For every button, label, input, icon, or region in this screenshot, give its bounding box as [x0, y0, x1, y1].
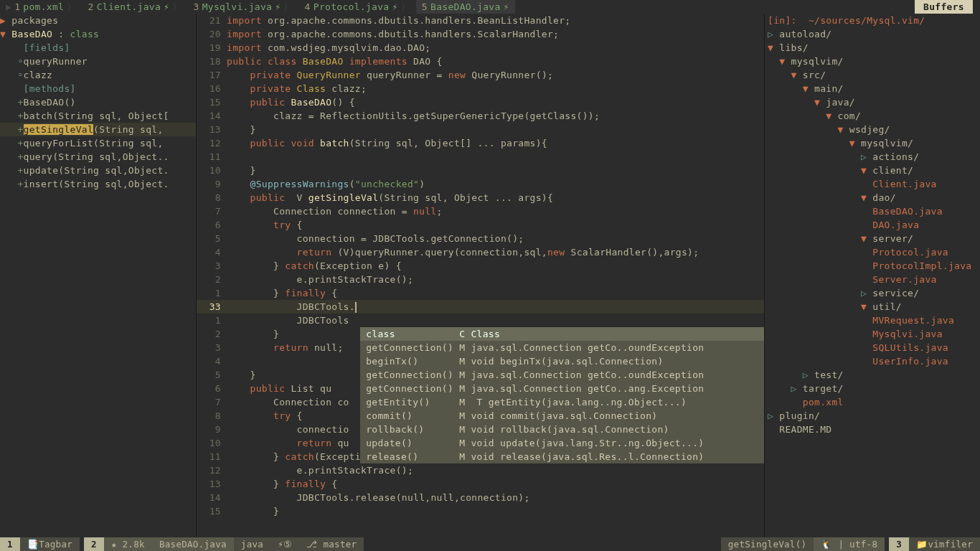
folder-item[interactable]: ▷ test/: [768, 368, 977, 382]
code-line[interactable]: 9 @SuppressWarnings("unchecked"): [197, 177, 764, 191]
code-line[interactable]: 5 connection = JDBCTools.getConnection()…: [197, 232, 764, 245]
folder-item[interactable]: ▼ java/: [768, 95, 977, 109]
file-item[interactable]: BaseDAO.java: [768, 204, 977, 218]
folder-item[interactable]: ▼ wsdjeg/: [768, 123, 977, 136]
field-clazz[interactable]: ◦clazz: [0, 68, 196, 82]
file-item[interactable]: Protocol.java: [768, 245, 977, 259]
code-line[interactable]: 14 clazz = ReflectionUtils.getSuperGener…: [197, 109, 764, 123]
status-branch: ⎇ master: [299, 537, 364, 551]
code-line[interactable]: 15 public BaseDAO() {: [197, 95, 764, 109]
code-line[interactable]: 3 } catch(Exception e) {: [197, 259, 764, 273]
tab-client[interactable]: 2 Client.java ⚡ 〉: [82, 0, 187, 14]
completion-item[interactable]: getEntity() M T getEntity(java.lang..ng.…: [360, 395, 765, 409]
folder-item[interactable]: ▼ main/: [768, 82, 977, 95]
folder-item[interactable]: ▼ mysqlvim/: [768, 136, 977, 150]
code-line[interactable]: 11: [197, 150, 764, 164]
status-encoding: 🐧 | utf-8: [814, 537, 885, 551]
tagbar-panel: ▶ packages ▼ BaseDAO : class [fields] ◦q…: [0, 14, 197, 537]
completion-item[interactable]: beginTx() M void beginTx(java.sql.Connec…: [360, 354, 765, 368]
file-item[interactable]: Client.java: [768, 177, 977, 191]
status-git-symbols: ⚡⑤: [270, 537, 299, 551]
folder-item[interactable]: ▼ server/: [768, 232, 977, 245]
tab-pom[interactable]: ▶ 1 pom.xml 〉: [0, 0, 82, 14]
method-queryforlist[interactable]: +queryForList(String sql,: [0, 136, 196, 150]
tab-mysqlvi[interactable]: 3 Mysqlvi.java ⚡ 〉: [187, 0, 298, 14]
folder-item[interactable]: ▼ dao/: [768, 191, 977, 204]
status-file: BaseDAO.java: [152, 537, 234, 551]
code-line[interactable]: 33 JDBCTools.: [197, 300, 764, 314]
completion-item[interactable]: getConnection() M java.sql.Connection ge…: [360, 341, 765, 354]
editor-pane[interactable]: 21import org.apache.commons.dbutils.hand…: [197, 14, 765, 537]
folder-item[interactable]: ▷ plugin/: [768, 409, 977, 423]
folder-item[interactable]: ▼ src/: [768, 68, 977, 82]
code-line[interactable]: 2 e.printStackTrace();: [197, 273, 764, 286]
method-update[interactable]: +update(String sql,Object.: [0, 164, 196, 177]
code-line[interactable]: 4 return (V)queryRunner.query(connection…: [197, 245, 764, 259]
code-line[interactable]: 6 try {: [197, 218, 764, 232]
buffers-button[interactable]: Buffers: [915, 0, 973, 14]
code-line[interactable]: 14 JDBCTools.release(null,null,connectio…: [197, 491, 764, 504]
folder-item[interactable]: ▷ autoload/: [768, 27, 977, 41]
completion-item[interactable]: release() M void release(java.sql.Res..l…: [360, 450, 765, 463]
file-explorer: [in]: ~/sources/Mysql.vim/ ▷ autoload/▼ …: [765, 14, 980, 537]
window-num-2: 2: [84, 537, 104, 551]
method-basedao[interactable]: +BaseDAO(): [0, 95, 196, 109]
file-item[interactable]: DAO.java: [768, 218, 977, 232]
method-insert[interactable]: +insert(String sql,Object.: [0, 177, 196, 191]
folder-item[interactable]: ▼ util/: [768, 300, 977, 314]
file-item[interactable]: README.MD: [768, 423, 977, 436]
file-item[interactable]: MVRequest.java: [768, 314, 977, 327]
code-line[interactable]: 12 e.printStackTrace();: [197, 463, 764, 477]
folder-item[interactable]: ▼ mysqlvim/: [768, 55, 977, 68]
status-function: getSingleVal(): [721, 537, 814, 551]
completion-popup[interactable]: class C Class getConnection() M java.sql…: [360, 327, 765, 463]
status-bar: 1 📑 Tagbar 2 ★ 2.8k BaseDAO.java java ⚡⑤…: [0, 537, 980, 551]
code-line[interactable]: 10 }: [197, 164, 764, 177]
code-line[interactable]: 7 Connection connection = null;: [197, 204, 764, 218]
field-queryrunner[interactable]: ◦queryRunner: [0, 55, 196, 68]
code-line[interactable]: 16 private Class clazz;: [197, 82, 764, 95]
method-query[interactable]: +query(String sql,Object..: [0, 150, 196, 164]
completion-item[interactable]: getConnection() M java.sql.Connection ge…: [360, 368, 765, 382]
file-item[interactable]: SQLUtils.java: [768, 341, 977, 354]
window-num-1: 1: [0, 537, 20, 551]
code-line[interactable]: 18public class BaseDAO implements DAO {: [197, 55, 764, 68]
folder-item[interactable]: ▼ com/: [768, 109, 977, 123]
code-line[interactable]: 15 }: [197, 504, 764, 518]
file-item[interactable]: Server.java: [768, 273, 977, 286]
folder-item[interactable]: ▼ libs/: [768, 41, 977, 55]
method-batch[interactable]: +batch(String sql, Object[: [0, 109, 196, 123]
tab-bar: ▶ 1 pom.xml 〉 2 Client.java ⚡ 〉 3 Mysqlv…: [0, 0, 980, 14]
completion-item[interactable]: getConnection() M java.sql.Connection ge…: [360, 382, 765, 395]
file-item[interactable]: UserInfo.java: [768, 354, 977, 368]
file-item[interactable]: Mysqlvi.java: [768, 327, 977, 341]
completion-item[interactable]: commit() M void commit(java.sql.Connecti…: [360, 409, 765, 423]
code-line[interactable]: 17 private QueryRunner queryRunner = new…: [197, 68, 764, 82]
folder-item[interactable]: ▷ actions/: [768, 150, 977, 164]
file-item[interactable]: pom.xml: [768, 395, 977, 409]
folder-item[interactable]: ▷ target/: [768, 382, 977, 395]
file-item[interactable]: ProtocolImpl.java: [768, 259, 977, 273]
code-line[interactable]: 12 public void batch(String sql, Object[…: [197, 136, 764, 150]
tab-basedao[interactable]: 5 BaseDAO.java ⚡: [416, 0, 515, 14]
method-getsingleval[interactable]: +getSingleVal(String sql,: [0, 123, 196, 136]
filer-cwd: [in]: ~/sources/Mysql.vim/: [768, 14, 977, 27]
code-line[interactable]: 20import org.apache.commons.dbutils.hand…: [197, 27, 764, 41]
tab-protocol[interactable]: 4 Protocol.java ⚡ 〉: [299, 0, 416, 14]
code-line[interactable]: 21import org.apache.commons.dbutils.hand…: [197, 14, 764, 27]
folder-item[interactable]: ▷ service/: [768, 286, 977, 300]
code-line[interactable]: 1 JDBCTools: [197, 314, 764, 327]
completion-item[interactable]: class C Class: [360, 327, 765, 341]
code-line[interactable]: 13 }: [197, 123, 764, 136]
code-line[interactable]: 19import com.wsdjeg.mysqlvim.dao.DAO;: [197, 41, 764, 55]
completion-item[interactable]: rollback() M void rollback(java.sql.Conn…: [360, 423, 765, 436]
code-line[interactable]: 1 } finally {: [197, 286, 764, 300]
status-tagbar: 📑 Tagbar: [20, 537, 80, 551]
code-line[interactable]: 13 } finally {: [197, 477, 764, 491]
window-num-3: 3: [889, 537, 909, 551]
code-line[interactable]: 8 public V getSingleVal(String sql, Obje…: [197, 191, 764, 204]
completion-item[interactable]: update() M void update(java.lang.Str..ng…: [360, 436, 765, 450]
status-vimfiler: 📁 vimfiler: [909, 537, 980, 551]
status-filetype: java: [234, 537, 270, 551]
folder-item[interactable]: ▼ client/: [768, 164, 977, 177]
